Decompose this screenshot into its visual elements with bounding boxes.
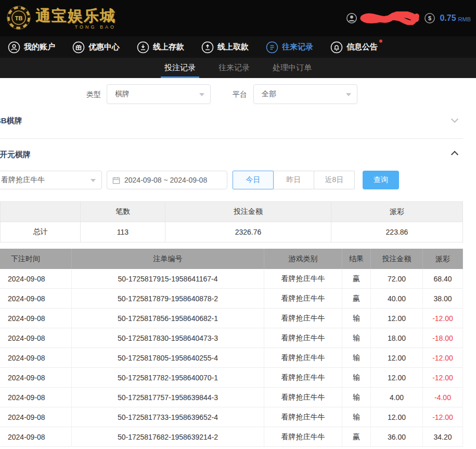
- chip-label: TB: [15, 15, 23, 21]
- nav-label: 优惠中心: [88, 42, 120, 52]
- tab-transaction-records[interactable]: 往来记录: [218, 58, 250, 78]
- tab-processing-orders[interactable]: 处理中订单: [273, 58, 312, 78]
- chevron-down-icon: [91, 179, 96, 182]
- table-row[interactable]: 2024-09-08 50-1725817757-1958639844-3 看牌…: [0, 388, 463, 407]
- cell-payout: -12.00: [423, 407, 463, 427]
- cell-bet-time: 2024-09-08: [0, 368, 72, 388]
- cell-game-type: 看牌抢庄牛牛: [264, 388, 342, 407]
- user-avatar-icon[interactable]: [346, 12, 357, 24]
- cell-bet-time: 2024-09-08: [0, 309, 72, 328]
- section-title-kaiyuan[interactable]: 开元棋牌: [0, 150, 31, 160]
- cell-bet-id: 50-1725817757-1958639844-3: [72, 388, 264, 407]
- main-navbar: 我的账户 优惠中心 线上存款 线上取款 往来记录: [0, 36, 476, 58]
- nav-item-records[interactable]: 往来记录: [266, 41, 313, 54]
- currency-icon: $: [424, 12, 435, 24]
- cell-game-type: 看牌抢庄牛牛: [264, 309, 342, 328]
- cell-game-type: 看牌抢庄牛牛: [264, 407, 342, 427]
- records-icon: [266, 41, 278, 54]
- header-result: 结果: [342, 249, 371, 269]
- casino-chip-icon: TB: [6, 5, 31, 30]
- redacted-username: [359, 11, 420, 25]
- summary-header-count: 笔数: [81, 201, 165, 222]
- nav-item-promotions[interactable]: 优惠中心: [72, 41, 120, 54]
- date-range-value: 2024-09-08 ~ 2024-09-08: [124, 176, 207, 184]
- cell-bet-amount: 40.00: [371, 289, 423, 309]
- today-button[interactable]: 今日: [233, 171, 274, 189]
- type-select[interactable]: 棋牌: [107, 84, 211, 104]
- header-game-type: 游戏类别: [264, 249, 342, 269]
- cell-bet-amount: 72.00: [371, 269, 423, 289]
- nav-item-withdraw[interactable]: 线上取款: [201, 41, 249, 54]
- date-range-picker[interactable]: 2024-09-08 ~ 2024-09-08: [107, 171, 227, 189]
- summary-total-row: 总计 113 2326.76 223.86: [0, 222, 463, 242]
- cell-result: 赢: [342, 427, 371, 447]
- last8days-button[interactable]: 近8日: [314, 171, 355, 189]
- cell-game-type: 看牌抢庄牛牛: [264, 289, 342, 309]
- nav-label: 往来记录: [282, 42, 313, 52]
- cell-result: 赢: [342, 289, 371, 309]
- collapse-chevron-up-icon[interactable]: [451, 151, 458, 158]
- cell-payout: -12.00: [423, 309, 463, 328]
- type-filter-label: 类型: [86, 84, 101, 104]
- cell-bet-time: 2024-09-08: [0, 269, 72, 289]
- cell-bet-amount: 12.00: [371, 368, 423, 388]
- collapse-chevron-down-icon[interactable]: [451, 116, 458, 123]
- table-row[interactable]: 2024-09-08 50-1725817879-1958640878-2 看牌…: [0, 289, 463, 309]
- tab-bet-records[interactable]: 投注记录: [164, 58, 196, 78]
- platform-select-value: 全部: [262, 89, 276, 99]
- date-shortcut-group: 今日 昨日 近8日: [233, 171, 355, 189]
- cell-result: 输: [342, 407, 371, 427]
- nav-label: 线上取款: [217, 42, 249, 52]
- cell-bet-time: 2024-09-08: [0, 289, 72, 309]
- nav-label: 信息公告: [346, 42, 378, 52]
- cell-bet-amount: 18.00: [371, 328, 423, 348]
- cell-bet-id: 50-1725817733-1958639652-4: [72, 407, 264, 427]
- summary-header-empty: [0, 201, 81, 222]
- platform-select[interactable]: 全部: [253, 84, 357, 104]
- cell-result: 输: [342, 328, 371, 348]
- page: TB 通宝娱乐城 TONG BAO $ 0.75 RMB: [0, 0, 476, 449]
- user-icon: [8, 41, 20, 54]
- summary-header-bet-amount: 投注金额: [165, 201, 331, 222]
- cell-bet-time: 2024-09-08: [0, 388, 72, 407]
- table-body: 2024-09-08 50-1725817915-1958641167-4 看牌…: [0, 269, 463, 447]
- table-row[interactable]: 2024-09-08 50-1725817733-1958639652-4 看牌…: [0, 407, 463, 427]
- cell-payout: -12.00: [423, 348, 463, 368]
- cell-bet-time: 2024-09-08: [0, 407, 72, 427]
- cell-bet-amount: 12.00: [371, 407, 423, 427]
- yesterday-button[interactable]: 昨日: [273, 171, 314, 189]
- summary-header-payout: 派彩: [331, 201, 463, 222]
- table-row[interactable]: 2024-09-08 50-1725817830-1958640473-3 看牌…: [0, 328, 463, 348]
- cell-result: 输: [342, 388, 371, 407]
- table-header-row: 下注时间 注单编号 游戏类别 结果 投注金额 派彩: [0, 249, 463, 269]
- cell-result: 输: [342, 309, 371, 328]
- cell-game-type: 看牌抢庄牛牛: [264, 427, 342, 447]
- cell-result: 输: [342, 348, 371, 368]
- account-area: $ 0.75 RMB: [346, 0, 471, 36]
- header-bet-amount: 投注金额: [371, 249, 423, 269]
- cell-bet-amount: 12.00: [371, 309, 423, 328]
- brand-logo[interactable]: TB 通宝娱乐城 TONG BAO: [6, 5, 116, 30]
- game-select[interactable]: 看牌抢庄牛牛: [0, 171, 102, 189]
- header-bet-time: 下注时间: [0, 249, 72, 269]
- query-button[interactable]: 查询: [363, 171, 399, 189]
- summary-count-value: 113: [81, 222, 165, 242]
- section-title-bb[interactable]: BB棋牌: [0, 116, 22, 126]
- table-row[interactable]: 2024-09-08 50-1725817856-1958640682-1 看牌…: [0, 309, 463, 328]
- notification-dot: [379, 40, 382, 43]
- cell-bet-amount: 4.00: [371, 388, 423, 407]
- table-row[interactable]: 2024-09-08 50-1725817805-1958640255-4 看牌…: [0, 348, 463, 368]
- cell-result: 输: [342, 368, 371, 388]
- nav-item-my-account[interactable]: 我的账户: [8, 41, 55, 54]
- table-row[interactable]: 2024-09-08 50-1725817915-1958641167-4 看牌…: [0, 269, 463, 289]
- cell-bet-id: 50-1725817856-1958640682-1: [72, 309, 264, 328]
- header-bet-id: 注单编号: [72, 249, 264, 269]
- table-row[interactable]: 2024-09-08 50-1725817782-1958640070-1 看牌…: [0, 368, 463, 388]
- promo-icon: [72, 41, 85, 54]
- cell-bet-id: 50-1725817682-1958639214-2: [72, 427, 264, 447]
- table-row[interactable]: 2024-09-08 50-1725817682-1958639214-2 看牌…: [0, 427, 463, 447]
- nav-item-announcements[interactable]: 信息公告: [330, 41, 378, 54]
- nav-item-deposit[interactable]: 线上存款: [137, 41, 184, 54]
- summary-bet-amount-value: 2326.76: [165, 222, 331, 242]
- cell-bet-id: 50-1725817915-1958641167-4: [72, 269, 264, 289]
